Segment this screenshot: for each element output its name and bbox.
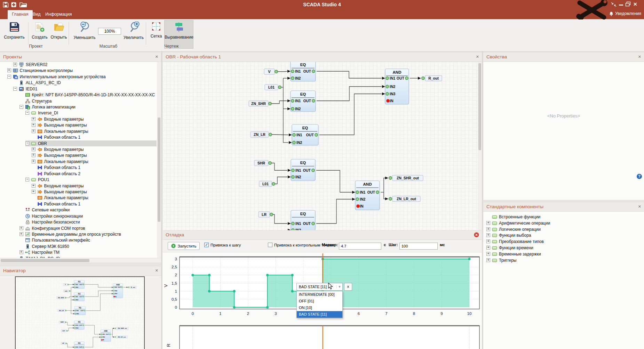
port-icon[interactable]: [292, 176, 294, 178]
input-variable-label[interactable]: ZN_SHR: [57, 297, 66, 299]
port-icon[interactable]: [315, 133, 318, 136]
port-icon[interactable]: [83, 347, 84, 348]
debug-signal-chart-2[interactable]: R: [162, 323, 482, 349]
input-variable-label[interactable]: ZN_LR: [251, 132, 272, 137]
function-block-eq[interactable]: EQIN1OUTIN2: [73, 280, 84, 289]
port-icon[interactable]: [101, 334, 102, 335]
tree-item[interactable]: +Временные диаграммы для опроса устройст…: [19, 231, 157, 237]
tree-horizontal-scrollbar[interactable]: [0, 258, 161, 262]
expander-icon[interactable]: −: [25, 178, 29, 181]
port-icon[interactable]: [312, 169, 315, 172]
port-icon[interactable]: [272, 182, 275, 185]
port-icon[interactable]: [386, 77, 389, 80]
port-icon[interactable]: [128, 287, 129, 288]
port-icon[interactable]: [74, 296, 75, 297]
port-icon[interactable]: [109, 334, 110, 335]
port-icon[interactable]: [83, 296, 84, 297]
data-point[interactable]: [233, 306, 236, 308]
unconnected-port-icon[interactable]: [386, 99, 390, 103]
expander-icon[interactable]: +: [19, 232, 23, 236]
input-variable-label[interactable]: L01: [63, 290, 70, 292]
tree-item[interactable]: ALL_ASP1_BC_ID: [13, 80, 157, 86]
close-icon[interactable]: ✕: [155, 55, 158, 59]
dropdown-option[interactable]: ON [10]: [297, 305, 342, 311]
wire[interactable]: [112, 328, 113, 334]
close-icon[interactable]: ✕: [638, 204, 641, 209]
signal-value-dropdown[interactable]: BAD STATE [11] ▼: [296, 283, 343, 291]
compress-window-icon[interactable]: [611, 2, 617, 7]
tree-item[interactable]: Настройки безопасности: [19, 219, 157, 225]
component-item[interactable]: +Функции времени: [486, 245, 533, 251]
close-icon[interactable]: ✕: [155, 268, 158, 273]
port-icon[interactable]: [312, 222, 315, 225]
wire[interactable]: [85, 284, 112, 287]
expander-icon[interactable]: +: [486, 221, 490, 225]
tree-item[interactable]: +Выходные параметры: [32, 122, 157, 128]
expander-icon[interactable]: +: [32, 129, 35, 133]
function-block-and[interactable]: ANDIN1OUTIN2IN: [100, 330, 111, 342]
input-variable-label[interactable]: SHR: [254, 160, 271, 166]
input-variable-label[interactable]: L01: [259, 181, 275, 187]
expander-icon[interactable]: −: [19, 105, 23, 109]
port-icon[interactable]: [66, 330, 67, 331]
expander-icon[interactable]: +: [32, 184, 35, 188]
notifications-area[interactable]: Уведомления: [609, 11, 641, 16]
tree-item[interactable]: Локальные параметры: [32, 195, 157, 201]
tree-item[interactable]: −&Логика автоматизации: [19, 104, 157, 110]
step-input[interactable]: 100: [399, 243, 438, 250]
port-icon[interactable]: [293, 141, 295, 144]
port-icon[interactable]: [113, 287, 114, 288]
scrollbar-thumb[interactable]: [158, 117, 160, 222]
wire[interactable]: [270, 163, 287, 170]
tree-item[interactable]: −Интеллектуальные электронные устройства: [7, 74, 157, 80]
port-icon[interactable]: [83, 325, 84, 326]
port-icon[interactable]: [389, 177, 392, 179]
expander-icon[interactable]: +: [32, 147, 35, 151]
tree-item[interactable]: −OBR: [25, 140, 157, 146]
input-variable-label[interactable]: L01: [265, 84, 281, 90]
input-variable-label[interactable]: V: [63, 283, 69, 286]
tree-item[interactable]: +Настройки ТМ: [19, 249, 157, 255]
function-block-eq[interactable]: EQIN1OUTIN2: [73, 342, 85, 349]
port-icon[interactable]: [74, 327, 75, 328]
tree-item[interactable]: Рабочая область 2: [32, 171, 157, 177]
port-icon[interactable]: [69, 290, 70, 291]
wire[interactable]: [272, 135, 288, 135]
canvas-vertical-scrollbar[interactable]: [478, 62, 482, 230]
port-icon[interactable]: [376, 191, 379, 194]
wire[interactable]: [316, 170, 352, 192]
port-icon[interactable]: [312, 70, 315, 73]
function-block-eq[interactable]: EQIN1OUTIN2: [287, 62, 316, 81]
input-variable-label[interactable]: LR: [259, 212, 273, 217]
port-icon[interactable]: [114, 336, 116, 338]
tree-item[interactable]: +Станционные контроллеры: [7, 67, 157, 73]
expander-icon[interactable]: +: [486, 246, 490, 250]
expander-icon[interactable]: +: [486, 252, 490, 256]
expander-icon[interactable]: +: [19, 226, 23, 230]
unconnected-port-icon[interactable]: [356, 204, 360, 208]
function-block-eq[interactable]: EQIN1OUTIN2: [287, 91, 316, 112]
zoom-value-input[interactable]: 100%: [98, 28, 121, 35]
tree-item[interactable]: −Inverse_DI: [25, 110, 157, 116]
wire[interactable]: [278, 71, 287, 72]
port-icon[interactable]: [292, 229, 294, 230]
component-item[interactable]: +Преобразование типов: [486, 238, 544, 244]
wire[interactable]: [317, 71, 382, 78]
run-button[interactable]: Запустить: [168, 242, 200, 250]
output-variable-label[interactable]: ZN_LR_out: [113, 336, 128, 338]
expander-icon[interactable]: −: [13, 87, 17, 91]
input-variable-label[interactable]: LR: [61, 342, 67, 345]
port-icon[interactable]: [75, 310, 76, 311]
wire[interactable]: [85, 325, 99, 334]
tree-item[interactable]: Сервер МЭК 61850: [19, 243, 157, 249]
port-icon[interactable]: [405, 77, 408, 80]
port-icon[interactable]: [389, 197, 392, 200]
close-icon[interactable]: ✕: [476, 55, 479, 59]
port-icon[interactable]: [356, 191, 359, 194]
port-icon[interactable]: [67, 284, 69, 285]
wire[interactable]: [66, 322, 73, 325]
tree-item[interactable]: −IED01: [13, 86, 157, 92]
close-icon[interactable]: ✕: [638, 55, 641, 59]
expander-icon[interactable]: +: [32, 117, 35, 121]
component-item[interactable]: +Триггеры: [486, 257, 517, 263]
